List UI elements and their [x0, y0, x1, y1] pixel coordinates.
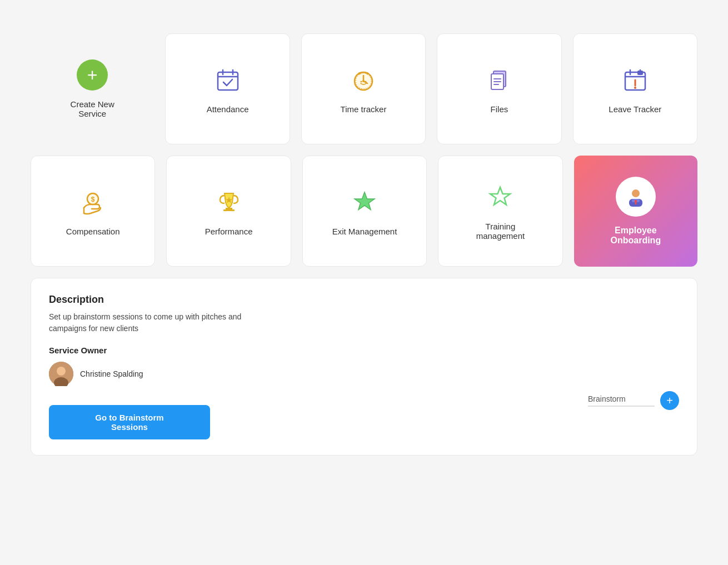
svg-point-24 — [634, 87, 636, 89]
exit-management-card[interactable]: Exit Management — [302, 156, 427, 267]
training-management-card[interactable]: Training management — [438, 156, 562, 267]
owner-name: Christine Spalding — [80, 369, 143, 378]
brainstorm-area: Brainstorm + — [588, 391, 679, 410]
training-management-label: Training management — [476, 222, 525, 241]
create-new-icon: + — [77, 59, 108, 91]
svg-rect-36 — [635, 200, 637, 203]
add-brainstorm-button[interactable]: + — [660, 391, 679, 410]
owner-info: Christine Spalding — [49, 362, 210, 386]
owner-row: Christine Spalding Go to Brainstorm Sess… — [49, 362, 679, 439]
compensation-icon: $ — [77, 187, 108, 218]
compensation-label: Compensation — [66, 227, 120, 236]
svg-rect-0 — [218, 72, 238, 90]
svg-point-32 — [632, 189, 640, 197]
files-icon — [483, 64, 515, 96]
time-tracker-icon — [348, 64, 379, 96]
exit-management-label: Exit Management — [332, 227, 397, 236]
svg-point-11 — [361, 81, 362, 82]
attendance-card[interactable]: Attendance — [165, 33, 290, 144]
time-tracker-label: Time tracker — [341, 104, 387, 114]
files-card[interactable]: Files — [437, 33, 561, 144]
create-new-service-card[interactable]: + Create New Service — [31, 33, 154, 144]
leave-tracker-icon — [620, 64, 651, 96]
employee-onboarding-avatar — [616, 177, 656, 217]
exit-management-icon — [349, 187, 380, 218]
files-label: Files — [491, 104, 508, 114]
time-tracker-card[interactable]: Time tracker — [301, 33, 426, 144]
brainstorm-label: Brainstorm — [588, 394, 655, 407]
row2: $ Compensation — [31, 156, 697, 267]
svg-marker-31 — [490, 187, 510, 205]
svg-rect-28 — [223, 209, 235, 211]
training-management-icon — [485, 182, 516, 213]
svg-point-38 — [57, 367, 66, 376]
description-section: Description Set up brainstorm sessions t… — [31, 278, 697, 456]
description-text: Set up brainstorm sessions to come up wi… — [49, 311, 679, 334]
attendance-label: Attendance — [207, 104, 249, 114]
description-title: Description — [49, 294, 679, 306]
svg-text:$: $ — [91, 196, 95, 203]
employee-onboarding-label: Employee Onboarding — [611, 226, 661, 246]
svg-point-10 — [366, 72, 368, 74]
performance-label: Performance — [205, 227, 253, 236]
svg-point-8 — [362, 80, 365, 82]
leave-tracker-label: Leave Tracker — [609, 104, 661, 114]
svg-point-9 — [358, 72, 361, 74]
owner-title: Service Owner — [49, 346, 679, 355]
goto-brainstorm-button[interactable]: Go to Brainstorm Sessions — [49, 405, 210, 439]
row1: + Create New Service Attendance — [31, 33, 697, 144]
performance-card[interactable]: Performance — [166, 156, 291, 267]
employee-onboarding-card[interactable]: Employee Onboarding — [574, 156, 697, 267]
create-new-label: Create New Service — [71, 99, 114, 118]
owner-avatar — [49, 362, 73, 386]
attendance-icon — [212, 64, 243, 96]
svg-point-12 — [365, 81, 367, 82]
svg-rect-27 — [226, 208, 232, 209]
performance-icon — [213, 187, 245, 218]
compensation-card[interactable]: $ Compensation — [31, 156, 155, 267]
svg-marker-30 — [355, 192, 375, 210]
main-container: + Create New Service Attendance — [31, 33, 697, 456]
leave-tracker-card[interactable]: Leave Tracker — [573, 33, 697, 144]
